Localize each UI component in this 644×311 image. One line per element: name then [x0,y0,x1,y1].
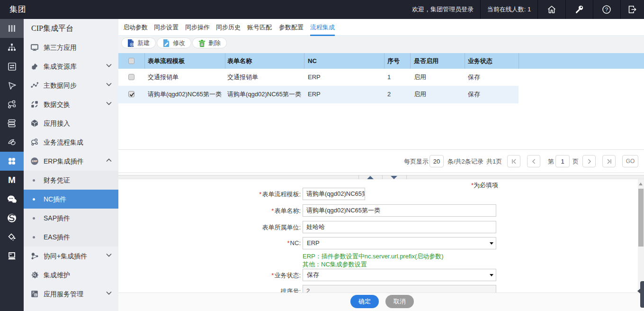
svg-text:?: ? [605,7,608,12]
svg-text:ERP: ERP [32,160,37,163]
